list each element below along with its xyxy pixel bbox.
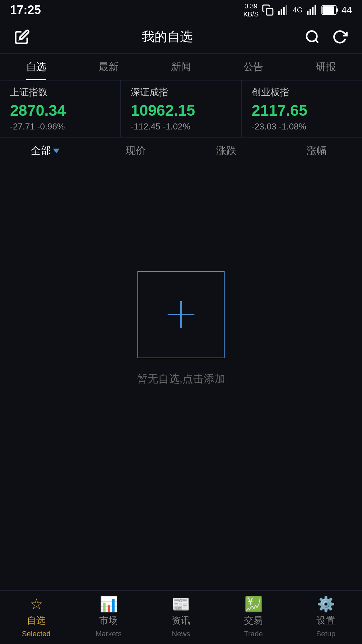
tab-yanbao[interactable]: 研报 bbox=[290, 54, 362, 80]
svg-point-12 bbox=[307, 31, 317, 41]
bottom-nav-selected[interactable]: ☆ 自选 Selected bbox=[0, 591, 72, 644]
chart-icon: 📊 bbox=[100, 597, 118, 611]
sort-pct[interactable]: 涨幅 bbox=[272, 138, 362, 164]
svg-rect-11 bbox=[322, 6, 334, 14]
svg-rect-0 bbox=[266, 9, 273, 15]
top-navigation: 我的自选 bbox=[0, 20, 362, 54]
index-shenzhen[interactable]: 深证成指 10962.15 -112.45 -1.02% bbox=[121, 80, 241, 137]
edit-button[interactable] bbox=[13, 28, 31, 46]
settings-icon: ⚙️ bbox=[317, 597, 335, 611]
star-icon: ☆ bbox=[30, 597, 43, 611]
market-indices: 上证指数 2870.34 -27.71 -0.96% 深证成指 10962.15… bbox=[0, 80, 362, 138]
index-shanghai-name: 上证指数 bbox=[10, 86, 110, 99]
index-shenzhen-value: 10962.15 bbox=[131, 101, 231, 119]
add-watchlist-button[interactable] bbox=[137, 271, 225, 358]
sort-price[interactable]: 现价 bbox=[90, 138, 181, 164]
network-speed: 0.39KB/S bbox=[243, 2, 259, 18]
index-shenzhen-change: -112.45 -1.02% bbox=[131, 121, 231, 132]
page-title: 我的自选 bbox=[142, 28, 193, 45]
sort-arrow-icon bbox=[53, 149, 60, 153]
svg-rect-5 bbox=[307, 11, 309, 15]
trade-icon: 💹 bbox=[244, 597, 263, 611]
status-icons: 0.39KB/S 4G 44 bbox=[243, 2, 352, 18]
index-shanghai[interactable]: 上证指数 2870.34 -27.71 -0.96% bbox=[0, 80, 121, 137]
plus-icon bbox=[168, 301, 194, 328]
svg-rect-2 bbox=[281, 9, 283, 15]
index-chuangye-change: -23.03 -1.08% bbox=[252, 121, 352, 132]
svg-rect-3 bbox=[283, 7, 285, 15]
index-shenzhen-name: 深证成指 bbox=[131, 86, 231, 99]
empty-state-text: 暂无自选,点击添加 bbox=[137, 372, 226, 386]
bottom-nav-trade[interactable]: 💹 交易 Trade bbox=[217, 591, 290, 644]
svg-rect-6 bbox=[309, 9, 311, 15]
bottom-navigation: ☆ 自选 Selected 📊 市场 Markets 📰 资讯 News 💹 交… bbox=[0, 590, 362, 644]
search-button[interactable] bbox=[304, 28, 321, 46]
sort-change[interactable]: 涨跌 bbox=[181, 138, 272, 164]
news-icon: 📰 bbox=[172, 597, 190, 611]
category-tabs: 自选 最新 新闻 公告 研报 bbox=[0, 54, 362, 80]
battery-icon bbox=[321, 5, 338, 15]
copy-icon bbox=[262, 4, 274, 16]
content-area: 暂无自选,点击添加 bbox=[0, 164, 362, 493]
nav-right bbox=[304, 28, 349, 46]
network-type: 4G bbox=[293, 6, 302, 14]
svg-line-13 bbox=[315, 40, 318, 42]
sort-all[interactable]: 全部 bbox=[0, 138, 90, 164]
tab-xinwen[interactable]: 新闻 bbox=[145, 54, 217, 80]
svg-rect-7 bbox=[312, 7, 314, 15]
nav-left bbox=[13, 28, 31, 46]
index-chuangye-value: 2117.65 bbox=[252, 101, 352, 119]
svg-rect-8 bbox=[314, 5, 316, 15]
signal-icon-2 bbox=[306, 4, 318, 16]
sort-bar: 全部 现价 涨跌 涨幅 bbox=[0, 138, 362, 164]
index-shanghai-change: -27.71 -0.96% bbox=[10, 121, 110, 132]
bottom-nav-news[interactable]: 📰 资讯 News bbox=[145, 591, 217, 644]
svg-rect-1 bbox=[278, 11, 280, 15]
index-chuangye-name: 创业板指 bbox=[252, 86, 352, 99]
status-bar: 17:25 0.39KB/S 4G 44 bbox=[0, 0, 362, 20]
bottom-nav-markets[interactable]: 📊 市场 Markets bbox=[72, 591, 145, 644]
bottom-nav-setup[interactable]: ⚙️ 设置 Setup bbox=[290, 591, 362, 644]
signal-icon bbox=[277, 4, 289, 16]
status-time: 17:25 bbox=[10, 3, 41, 17]
tab-zuixin[interactable]: 最新 bbox=[72, 54, 145, 80]
index-chuangye[interactable]: 创业板指 2117.65 -23.03 -1.08% bbox=[242, 80, 362, 137]
refresh-button[interactable] bbox=[331, 28, 349, 46]
svg-rect-10 bbox=[336, 8, 338, 12]
index-shanghai-value: 2870.34 bbox=[10, 101, 110, 119]
tab-zixuan[interactable]: 自选 bbox=[0, 54, 72, 80]
battery-level: 44 bbox=[342, 5, 352, 15]
tab-gonggao[interactable]: 公告 bbox=[217, 54, 290, 80]
svg-rect-4 bbox=[286, 5, 288, 15]
